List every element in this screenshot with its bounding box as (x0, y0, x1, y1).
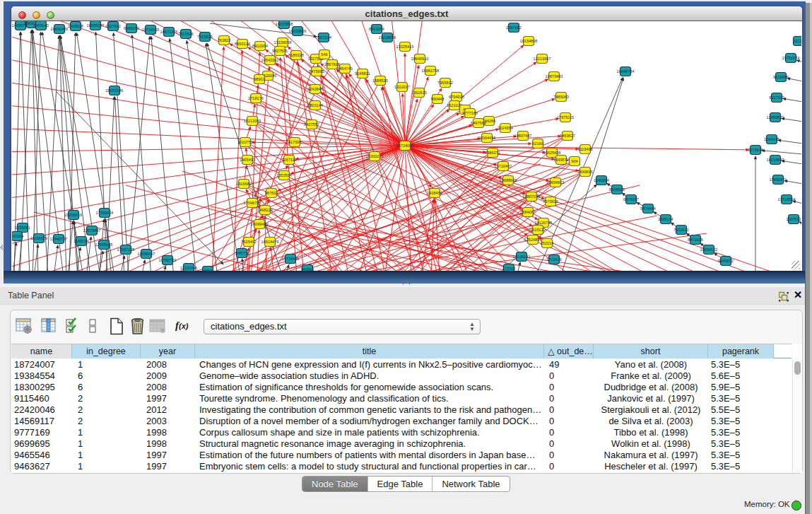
svg-text:1588520: 1588520 (372, 78, 388, 83)
svg-text:13975887: 13975887 (83, 228, 101, 233)
svg-text:15716485: 15716485 (282, 257, 300, 261)
svg-text:546: 546 (321, 52, 327, 57)
svg-text:1498222: 1498222 (257, 208, 273, 212)
svg-text:10719155: 10719155 (142, 28, 160, 32)
svg-text:17975115: 17975115 (557, 115, 574, 119)
svg-text:6794028: 6794028 (449, 95, 464, 99)
svg-text:1322017: 1322017 (394, 85, 410, 89)
svg-text:8912954: 8912954 (252, 44, 268, 48)
svg-text:18640910: 18640910 (411, 57, 429, 61)
svg-text:9827505: 9827505 (272, 49, 288, 53)
svg-text:9242848: 9242848 (307, 87, 323, 91)
svg-text:3215938: 3215938 (748, 148, 763, 152)
svg-text:1335051: 1335051 (15, 226, 30, 230)
svg-text:9245672: 9245672 (718, 259, 734, 263)
svg-text:1349574: 1349574 (553, 158, 569, 162)
svg-text:417006: 417006 (288, 140, 302, 144)
svg-text:10958107: 10958107 (138, 252, 155, 256)
svg-text:1733426: 1733426 (546, 257, 562, 262)
svg-text:944562: 944562 (301, 267, 314, 271)
svg-text:7625402: 7625402 (241, 240, 257, 244)
svg-text:11156829: 11156829 (30, 236, 47, 240)
svg-text:18654923: 18654923 (547, 180, 565, 185)
svg-text:98901: 98901 (254, 77, 265, 81)
svg-text:13226058: 13226058 (274, 40, 292, 45)
svg-text:1167531: 1167531 (786, 217, 801, 221)
svg-text:16961758: 16961758 (422, 69, 440, 73)
svg-text:7515526: 7515526 (178, 32, 194, 36)
svg-text:13524851: 13524851 (524, 238, 542, 242)
svg-text:2935114: 2935114 (658, 217, 673, 221)
svg-text:1615132: 1615132 (530, 228, 546, 232)
svg-text:20206516: 20206516 (65, 213, 83, 217)
svg-text:16648784: 16648784 (617, 69, 635, 74)
svg-text:14120745: 14120745 (535, 221, 553, 225)
svg-text:945779: 945779 (235, 251, 249, 255)
svg-text:15720407: 15720407 (495, 164, 512, 168)
svg-text:2718176: 2718176 (248, 96, 264, 100)
svg-text:16099489: 16099489 (251, 222, 269, 226)
svg-text:1916682: 1916682 (236, 182, 252, 186)
svg-text:9129966: 9129966 (773, 75, 789, 79)
svg-text:16914479: 16914479 (261, 240, 279, 244)
svg-text:11323446: 11323446 (180, 266, 197, 270)
svg-text:9227342: 9227342 (769, 95, 784, 100)
svg-text:18724007: 18724007 (396, 144, 414, 148)
svg-text:16033808: 16033808 (276, 22, 293, 26)
svg-text:2069140: 2069140 (33, 23, 49, 28)
svg-text:10688609: 10688609 (500, 178, 517, 182)
svg-text:9115460: 9115460 (577, 147, 592, 151)
svg-text:10807487: 10807487 (514, 134, 532, 138)
svg-text:1527602: 1527602 (105, 24, 121, 28)
svg-text:9699695: 9699695 (577, 170, 593, 174)
svg-text:2684067: 2684067 (520, 210, 536, 214)
svg-text:20691406: 20691406 (51, 27, 69, 31)
svg-text:14136141: 14136141 (513, 255, 531, 259)
svg-text:2087682: 2087682 (506, 25, 522, 30)
svg-text:7975692: 7975692 (543, 199, 558, 204)
svg-text:7485063: 7485063 (553, 95, 569, 99)
svg-text:16671355: 16671355 (160, 30, 178, 34)
svg-text:8454749: 8454749 (337, 66, 353, 71)
svg-text:2803144: 2803144 (307, 103, 323, 107)
svg-text:16154808: 16154808 (520, 39, 538, 43)
svg-text:9474444: 9474444 (640, 206, 656, 211)
svg-text:15300275: 15300275 (366, 154, 384, 158)
svg-text:62160: 62160 (532, 141, 543, 146)
svg-text:16782759: 16782759 (159, 258, 177, 262)
svg-text:15692971: 15692971 (770, 177, 787, 182)
svg-text:6497568: 6497568 (471, 121, 486, 125)
svg-text:16033809: 16033809 (289, 29, 307, 33)
svg-text:9146821: 9146821 (355, 71, 370, 76)
svg-text:7986372: 7986372 (485, 151, 500, 155)
svg-text:1353594: 1353594 (276, 173, 292, 177)
svg-text:10543362: 10543362 (261, 58, 279, 62)
svg-text:8813054: 8813054 (369, 27, 384, 31)
svg-text:18807249: 18807249 (523, 194, 541, 199)
svg-text:1244415: 1244415 (764, 137, 779, 141)
svg-text:12213369: 12213369 (244, 119, 261, 123)
svg-text:8475685: 8475685 (309, 69, 324, 74)
svg-text:19218506: 19218506 (379, 35, 396, 40)
svg-text:12505185: 12505185 (95, 243, 113, 247)
svg-text:10025438: 10025438 (543, 151, 561, 155)
svg-text:12213967: 12213967 (534, 57, 551, 61)
svg-text:13325419: 13325419 (396, 45, 414, 49)
svg-text:11121: 11121 (794, 39, 801, 43)
svg-text:12093822: 12093822 (767, 115, 784, 119)
svg-text:8471626: 8471626 (688, 238, 703, 242)
svg-text:1362615: 1362615 (411, 90, 427, 95)
svg-text:1965493: 1965493 (240, 158, 255, 162)
svg-text:17957225: 17957225 (117, 247, 135, 252)
svg-text:887832: 887832 (265, 191, 278, 195)
svg-text:17359924: 17359924 (96, 211, 114, 215)
svg-text:252214: 252214 (541, 241, 554, 245)
svg-text:8186328: 8186328 (288, 53, 304, 57)
svg-text:33159: 33159 (12, 234, 23, 238)
svg-text:20053346: 20053346 (106, 88, 124, 93)
svg-text:904: 904 (571, 159, 577, 163)
svg-text:7357224: 7357224 (316, 35, 331, 40)
svg-text:20364436: 20364436 (478, 136, 496, 140)
svg-text:8938923: 8938923 (609, 187, 625, 192)
svg-text:3024554: 3024554 (498, 126, 513, 130)
